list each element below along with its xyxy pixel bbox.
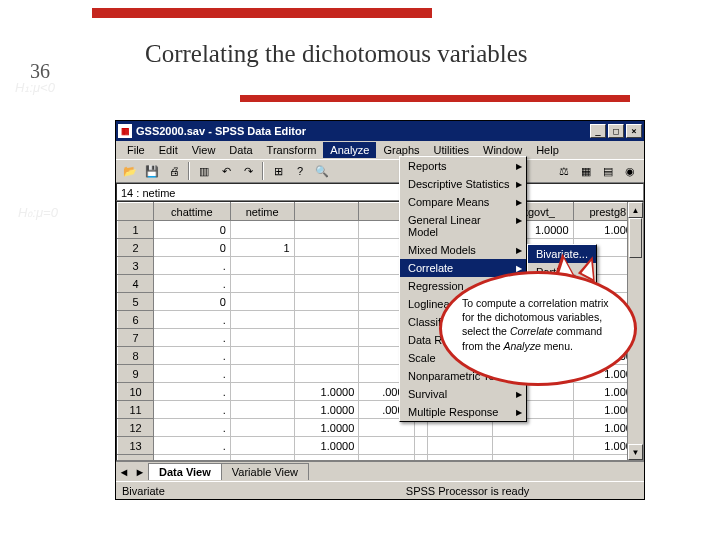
data-cell[interactable] xyxy=(294,347,359,365)
data-cell[interactable] xyxy=(230,221,294,239)
data-cell[interactable] xyxy=(230,437,294,455)
menu-transform[interactable]: Transform xyxy=(260,142,324,158)
data-cell[interactable] xyxy=(230,293,294,311)
data-cell[interactable]: . xyxy=(154,257,231,275)
data-cell[interactable]: . xyxy=(154,455,231,462)
data-cell[interactable] xyxy=(359,437,414,455)
data-cell[interactable] xyxy=(230,455,294,462)
redo-icon[interactable]: ↷ xyxy=(238,161,258,181)
data-cell[interactable]: . xyxy=(154,311,231,329)
menu-item-compare-means[interactable]: Compare Means xyxy=(400,193,526,211)
split-icon[interactable]: ▦ xyxy=(576,161,596,181)
data-cell[interactable]: 1.0000 xyxy=(294,419,359,437)
row-header[interactable]: 8 xyxy=(118,347,154,365)
menu-item-general-linear-model[interactable]: General Linear Model xyxy=(400,211,526,241)
data-cell[interactable] xyxy=(294,257,359,275)
row-header[interactable]: 1 xyxy=(118,221,154,239)
row-header[interactable]: 10 xyxy=(118,383,154,401)
menu-view[interactable]: View xyxy=(185,142,223,158)
data-cell[interactable]: 0 xyxy=(154,221,231,239)
menu-data[interactable]: Data xyxy=(222,142,259,158)
data-cell[interactable]: 1.0000 xyxy=(294,455,359,462)
row-header[interactable]: 3 xyxy=(118,257,154,275)
data-cell[interactable]: . xyxy=(154,383,231,401)
scroll-up-icon[interactable]: ▲ xyxy=(628,202,643,218)
column-header[interactable]: chattime xyxy=(154,203,231,221)
corner-cell[interactable] xyxy=(118,203,154,221)
data-cell[interactable] xyxy=(230,347,294,365)
dialog-recall-icon[interactable]: ▥ xyxy=(194,161,214,181)
row-header[interactable]: 11 xyxy=(118,401,154,419)
tab-scroll-left-icon[interactable]: ◄ xyxy=(116,466,132,478)
save-icon[interactable]: 💾 xyxy=(142,161,162,181)
tab-variable-view[interactable]: Variable View xyxy=(221,463,309,480)
data-cell[interactable] xyxy=(294,221,359,239)
data-cell[interactable] xyxy=(230,329,294,347)
menu-item-mixed-models[interactable]: Mixed Models xyxy=(400,241,526,259)
data-cell[interactable] xyxy=(414,455,428,462)
row-header[interactable]: 6 xyxy=(118,311,154,329)
find-icon[interactable]: 🔍 xyxy=(312,161,332,181)
menu-file[interactable]: File xyxy=(120,142,152,158)
data-cell[interactable]: .0000 xyxy=(359,455,414,462)
data-cell[interactable]: . xyxy=(154,437,231,455)
goto-icon[interactable]: ⊞ xyxy=(268,161,288,181)
data-cell[interactable] xyxy=(294,311,359,329)
tab-scroll-right-icon[interactable]: ► xyxy=(132,466,148,478)
data-cell[interactable] xyxy=(230,311,294,329)
data-cell[interactable]: . xyxy=(154,419,231,437)
data-cell[interactable] xyxy=(414,437,428,455)
column-header[interactable] xyxy=(294,203,359,221)
column-header[interactable]: netime xyxy=(230,203,294,221)
variables-icon[interactable]: ? xyxy=(290,161,310,181)
data-cell[interactable]: . xyxy=(154,329,231,347)
data-cell[interactable]: 1 xyxy=(230,239,294,257)
row-header[interactable]: 12 xyxy=(118,419,154,437)
data-cell[interactable] xyxy=(493,455,573,462)
data-cell[interactable]: 0 xyxy=(154,293,231,311)
data-cell[interactable] xyxy=(294,329,359,347)
window-titlebar[interactable]: ▦ GSS2000.sav - SPSS Data Editor _ □ × xyxy=(116,121,644,141)
data-cell[interactable] xyxy=(294,239,359,257)
close-button[interactable]: × xyxy=(626,124,642,138)
data-cell[interactable] xyxy=(493,437,573,455)
row-header[interactable]: 7 xyxy=(118,329,154,347)
value-labels-icon[interactable]: ◉ xyxy=(620,161,640,181)
data-cell[interactable]: . xyxy=(154,275,231,293)
data-cell[interactable] xyxy=(230,257,294,275)
data-cell[interactable]: 1.0000 xyxy=(294,437,359,455)
row-header[interactable]: 13 xyxy=(118,437,154,455)
data-cell[interactable] xyxy=(230,401,294,419)
minimize-button[interactable]: _ xyxy=(590,124,606,138)
open-icon[interactable]: 📂 xyxy=(120,161,140,181)
data-cell[interactable]: . xyxy=(154,365,231,383)
data-cell[interactable] xyxy=(230,383,294,401)
print-icon[interactable]: 🖨 xyxy=(164,161,184,181)
data-cell[interactable]: 1.0000 xyxy=(294,401,359,419)
menu-item-reports[interactable]: Reports xyxy=(400,157,526,175)
row-header[interactable]: 9 xyxy=(118,365,154,383)
data-cell[interactable]: 0 xyxy=(154,239,231,257)
menu-edit[interactable]: Edit xyxy=(152,142,185,158)
data-cell[interactable]: . xyxy=(154,401,231,419)
select-icon[interactable]: ▤ xyxy=(598,161,618,181)
menu-item-multiple-response[interactable]: Multiple Response xyxy=(400,403,526,421)
menu-analyze[interactable]: Analyze xyxy=(323,142,376,158)
data-cell[interactable] xyxy=(230,275,294,293)
row-header[interactable]: 5 xyxy=(118,293,154,311)
data-cell[interactable] xyxy=(428,437,493,455)
data-cell[interactable] xyxy=(230,419,294,437)
data-cell[interactable] xyxy=(294,293,359,311)
menu-item-descriptive-statistics[interactable]: Descriptive Statistics xyxy=(400,175,526,193)
data-cell[interactable] xyxy=(294,275,359,293)
maximize-button[interactable]: □ xyxy=(608,124,624,138)
menu-help[interactable]: Help xyxy=(529,142,566,158)
data-cell[interactable] xyxy=(230,365,294,383)
row-header[interactable]: 14 xyxy=(118,455,154,462)
row-header[interactable]: 2 xyxy=(118,239,154,257)
row-header[interactable]: 4 xyxy=(118,275,154,293)
undo-icon[interactable]: ↶ xyxy=(216,161,236,181)
data-cell[interactable] xyxy=(294,365,359,383)
tab-data-view[interactable]: Data View xyxy=(148,463,222,480)
scroll-thumb[interactable] xyxy=(629,218,642,258)
